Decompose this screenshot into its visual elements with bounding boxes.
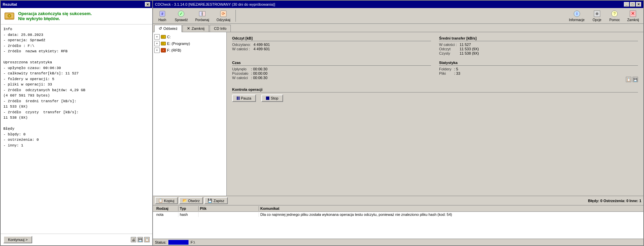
minimize-button[interactable]: _	[624, 2, 629, 7]
opcje-label: Opcje	[593, 18, 601, 22]
odzyskaj-toolbar-button[interactable]: ⟳ Odzyskaj	[214, 9, 233, 23]
tab-odswiez[interactable]: ↺ Odśwież	[154, 25, 182, 32]
opcje-toolbar-button[interactable]: Opcje	[589, 9, 605, 23]
hdd-icon-c	[161, 34, 166, 40]
copy-log-label: Kopiuj	[164, 199, 174, 203]
statystyka-grid: Foldery : 5 Pliki : 33	[439, 67, 638, 75]
rezultat-close-button[interactable]: ✕	[145, 2, 150, 7]
w-calosci-label: W całości :	[232, 47, 251, 51]
log-errors: Błędy: 0 Ostrzeżenia: 0 Inne: 1	[588, 199, 641, 203]
open-log-label: Otwórz	[188, 199, 200, 203]
svg-point-3	[9, 15, 10, 16]
odzyskaj-icon: ⟳	[219, 10, 227, 18]
stop-icon	[266, 97, 269, 100]
maximize-button[interactable]: □	[630, 2, 635, 7]
odczytano-value: 4 499 601	[254, 43, 431, 47]
rezultat-panel: Rezultat ✕ Operacja zakończyła się sukce…	[0, 0, 153, 246]
save-icon[interactable]: 💾	[138, 237, 143, 242]
log-table-body: nota hash Dla co najmniej jednego pliku …	[153, 212, 643, 239]
tab-cd-info-label: CD Info	[214, 26, 226, 30]
save-log-button[interactable]: 💾 Zapisz	[204, 197, 227, 204]
odczyt-title: Odczyt [kB]	[232, 36, 431, 41]
tab-bar: ↺ Odśwież ✕ Zamknij CD Info	[153, 24, 643, 32]
hash-toolbar-button[interactable]: # Hash	[154, 9, 170, 23]
success-line1: Operacja zakończyła się sukcesem.	[18, 11, 92, 16]
rezultat-success-message: Operacja zakończyła się sukcesem. Nie wy…	[18, 11, 92, 21]
close-button[interactable]: ✕	[636, 2, 641, 7]
tree-expand-e[interactable]: +	[154, 41, 160, 46]
pomoc-toolbar-button[interactable]: ? Pomoc	[606, 9, 623, 23]
pauza-icon	[237, 97, 239, 100]
copy-icon[interactable]: 📋	[144, 237, 150, 242]
log-table-header: Rodzaj Typ Plik Komunikat	[153, 205, 643, 212]
open-log-button[interactable]: 📂 Otwórz	[179, 197, 203, 204]
pliki-label: Pliki	[439, 71, 451, 75]
informacje-label: Informacje	[569, 18, 585, 22]
col-komunikat: Komunikat	[259, 206, 641, 211]
success-line2: Nie wykryto błędów.	[18, 16, 92, 21]
cell-komunikat: Dla co najmniej jednego pliku została wy…	[259, 212, 641, 217]
save-log-icon: 💾	[208, 198, 212, 203]
sprawdz-toolbar-button[interactable]: ✓ Sprawdź	[172, 9, 191, 23]
cdcheck-titlebar: CDCheck - 3.1.14.0 [NIEZAREJESTROWANY (3…	[153, 1, 643, 8]
tab-cd-info[interactable]: CD Info	[210, 25, 231, 32]
odczyt-grid: Odczytano: 4 499 601 W całości : 4 499 6…	[232, 43, 431, 51]
control-title: Kontrola operacji	[232, 87, 638, 93]
open-log-icon: 📂	[182, 198, 187, 203]
pliki-value: : 33	[454, 71, 638, 75]
tree-item-c[interactable]: + C:	[153, 34, 226, 40]
tab-odswiez-label: Odśwież	[163, 26, 177, 30]
transfer-box: Średni transfer [kB/s] W całości : 11 52…	[436, 35, 641, 57]
rezultat-footer: Kontynuuj > 🖨 💾 📋	[1, 234, 152, 245]
tree-expand-f[interactable]: +	[154, 48, 160, 53]
pauza-label: Pauza	[241, 96, 251, 100]
porownaj-toolbar-button[interactable]: = Porównaj	[192, 9, 212, 23]
stop-button[interactable]: Stop	[261, 95, 283, 102]
continue-button[interactable]: Kontynuuj >	[3, 236, 32, 243]
status-path: F:\	[191, 240, 195, 244]
odczytano-label: Odczytano:	[232, 43, 251, 47]
print-icon[interactable]: 🖨	[131, 237, 136, 242]
zamknij-label: Zamknij	[627, 18, 639, 22]
cell-rodzaj: nota	[155, 212, 178, 217]
tab-zamknij[interactable]: ✕ Zamknij	[182, 25, 209, 32]
zamknij-toolbar-button[interactable]: ✕ Zamknij	[624, 9, 642, 23]
odczyt-box: Odczyt [kB] Odczytano: 4 499 601 W całoś…	[229, 35, 434, 57]
cell-typ: hash	[178, 212, 199, 217]
porownaj-icon: =	[198, 10, 206, 18]
zamknij-tab-icon: ✕	[187, 26, 190, 31]
tree-expand-c[interactable]: +	[154, 34, 160, 40]
stats-copy-icon[interactable]: 📋	[626, 77, 631, 82]
tree-item-f[interactable]: + F: (RFB)	[153, 47, 226, 54]
footer-icons: 🖨 💾 📋	[131, 237, 150, 242]
main-content: + C: + E: (Programy) + F: (RFB)	[153, 32, 643, 196]
svg-text:i: i	[576, 11, 577, 16]
pozostalo-label: Pozostało	[232, 71, 248, 75]
pauza-button[interactable]: Pauza	[232, 95, 256, 102]
cdcheck-panel: CDCheck - 3.1.14.0 [NIEZAREJESTROWANY (3…	[153, 0, 644, 246]
sprawdz-icon: ✓	[177, 10, 185, 18]
tab-zamknij-label: Zamknij	[192, 26, 205, 30]
czas-grid: Upłynęło : 00:06:30 Pozostało : 00:00:00…	[232, 67, 431, 80]
hdd-icon-e	[161, 41, 166, 46]
tree-label-e: E: (Programy)	[167, 42, 190, 46]
informacje-icon: i	[573, 10, 581, 18]
rezultat-header: Operacja zakończyła się sukcesem. Nie wy…	[1, 8, 152, 24]
cell-plik	[199, 212, 259, 217]
svg-point-16	[596, 12, 598, 15]
toolbar-right: i Informacje Opcje ? Pomoc ✕ Zam	[566, 9, 642, 23]
opcje-icon	[593, 10, 601, 18]
stats-save-icon[interactable]: 💾	[633, 77, 638, 82]
tree-label-f: F: (RFB)	[167, 48, 181, 52]
tree-label-c: C:	[167, 35, 171, 39]
svg-point-24	[164, 43, 165, 44]
svg-text:#: #	[161, 12, 163, 16]
informacje-toolbar-button[interactable]: i Informacje	[566, 9, 588, 23]
tree-item-e[interactable]: + E: (Programy)	[153, 40, 226, 47]
czas-title: Czas	[232, 61, 431, 66]
czysty-label: Czysty	[439, 51, 457, 55]
cdcheck-title: CDCheck - 3.1.14.0 [NIEZAREJESTROWANY (3…	[155, 2, 275, 6]
w-calosci-transfer-value: 11 527	[460, 43, 638, 47]
copy-log-button[interactable]: 📋 Kopiuj	[155, 197, 178, 204]
statystyka-title: Statystyka	[439, 61, 638, 66]
